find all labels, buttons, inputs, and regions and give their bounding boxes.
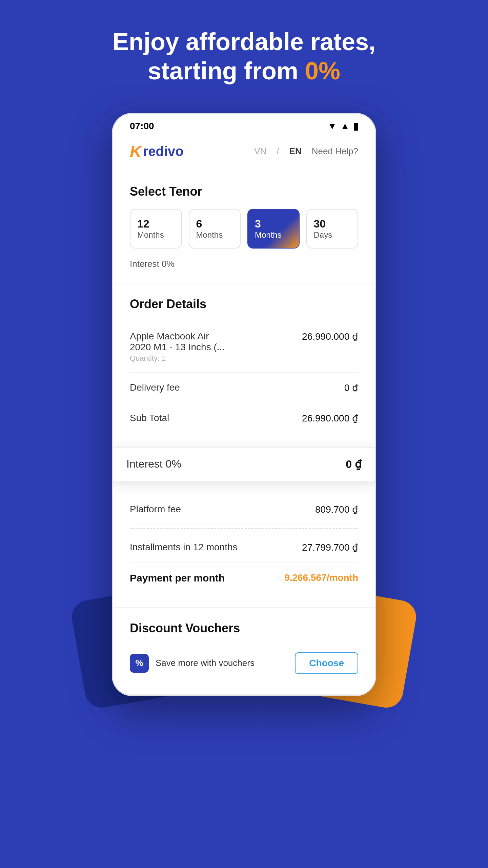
lang-sep: / [277, 146, 279, 157]
hero-title: Enjoy affordable rates, starting from 0% [113, 27, 375, 86]
order-row-payment-per-month: Payment per month 9.266.567/month [130, 563, 358, 593]
delivery-fee-value: 0 ₫ [344, 382, 358, 393]
installments-label: Installments in 12 months [130, 542, 238, 553]
tenor-12-months[interactable]: 12 Months [130, 209, 182, 249]
tenor-12-num: 12 [137, 218, 175, 230]
choose-button[interactable]: Choose [295, 652, 358, 674]
order-row-product: Apple Macbook Air2020 M1 - 13 Inchs (...… [130, 321, 358, 373]
voucher-save-text: Save more with vouchers [156, 658, 255, 668]
order-product-quantity: Quantity: 1 [130, 354, 225, 363]
nav-right: VN / EN Need Help? [254, 146, 358, 157]
subtotal-label: Sub Total [130, 413, 169, 423]
logo-k: K [130, 142, 142, 161]
battery-icon: ▮ [353, 121, 358, 132]
order-row-subtotal: Sub Total 26.990.000 ₫ [130, 403, 358, 433]
lang-vn[interactable]: VN [254, 146, 266, 157]
tenor-6-unit: Months [196, 230, 233, 240]
hero-title-line2: starting from [148, 57, 305, 84]
tenor-6-months[interactable]: 6 Months [189, 209, 241, 249]
order-row-platform-fee: Platform fee 809.700 ₫ [130, 494, 358, 525]
logo: Kredivo [130, 142, 184, 161]
signal-icon: ▲ [340, 121, 350, 132]
hero-title-line1: Enjoy affordable rates, [113, 28, 375, 55]
phone-wrapper: 07:00 ▼ ▲ ▮ Kredivo VN / EN Need Help? [105, 113, 383, 696]
lang-en[interactable]: EN [289, 146, 302, 157]
select-tenor-title: Select Tenor [130, 184, 358, 199]
subtotal-value: 26.990.000 ₫ [302, 413, 358, 424]
order-details-section: Order Details Apple Macbook Air2020 M1 -… [113, 283, 375, 448]
order-product-name: Apple Macbook Air2020 M1 - 13 Inchs (... [130, 331, 225, 352]
interest-card-label: Interest 0% [126, 458, 181, 470]
voucher-left: % Save more with vouchers [130, 654, 255, 673]
delivery-fee-label: Delivery fee [130, 382, 180, 393]
interest-card-value: 0 ₫ [346, 458, 362, 471]
platform-fee-label: Platform fee [130, 504, 181, 515]
tenor-3-months[interactable]: 3 Months [247, 209, 300, 249]
dashed-divider [130, 528, 358, 529]
order-product-info: Apple Macbook Air2020 M1 - 13 Inchs (...… [130, 331, 225, 363]
tenor-3-num: 3 [255, 218, 292, 230]
interest-card: Interest 0% 0 ₫ [112, 448, 376, 481]
discount-vouchers-section: Discount Vouchers % Save more with vouch… [113, 608, 375, 695]
order-product-price: 26.990.000 ₫ [302, 331, 358, 342]
top-nav: Kredivo VN / EN Need Help? [113, 135, 375, 171]
voucher-percent-icon: % [135, 658, 143, 668]
wifi-icon: ▼ [328, 121, 337, 132]
order-row-installments: Installments in 12 months 27.799.700 ₫ [130, 532, 358, 563]
status-bar: 07:00 ▼ ▲ ▮ [113, 114, 375, 135]
installments-value: 27.799.700 ₫ [302, 542, 358, 553]
interest-label: Interest 0% [130, 259, 358, 269]
payment-per-month-value: 9.266.567/month [284, 572, 358, 583]
tenor-3-unit: Months [255, 230, 292, 240]
hero-section: Enjoy affordable rates, starting from 0%… [0, 27, 488, 696]
time: 07:00 [130, 121, 154, 132]
platform-fee-value: 809.700 ₫ [315, 504, 358, 515]
fee-section: Platform fee 809.700 ₫ Installments in 1… [113, 481, 375, 608]
discount-vouchers-title: Discount Vouchers [130, 621, 358, 635]
voucher-row: % Save more with vouchers Choose [130, 646, 358, 681]
order-details-title: Order Details [130, 297, 358, 311]
tenor-6-num: 6 [196, 218, 233, 230]
tenor-30-days[interactable]: 30 Days [306, 209, 359, 249]
tenor-12-unit: Months [137, 230, 175, 240]
phone-mockup: 07:00 ▼ ▲ ▮ Kredivo VN / EN Need Help? [112, 113, 376, 696]
voucher-icon: % [130, 654, 149, 673]
need-help-link[interactable]: Need Help? [312, 146, 358, 157]
tenor-30-num: 30 [314, 218, 351, 230]
tenor-grid: 12 Months 6 Months 3 Months 30 [130, 209, 358, 249]
hero-highlight: 0% [305, 57, 340, 84]
status-icons: ▼ ▲ ▮ [328, 121, 358, 132]
payment-per-month-label: Payment per month [130, 572, 225, 584]
order-row-delivery: Delivery fee 0 ₫ [130, 373, 358, 403]
content-area: Select Tenor 12 Months 6 Months 3 Months [113, 171, 375, 695]
select-tenor-section: Select Tenor 12 Months 6 Months 3 Months [113, 171, 375, 283]
logo-text: redivo [143, 144, 184, 159]
tenor-30-unit: Days [314, 230, 351, 240]
